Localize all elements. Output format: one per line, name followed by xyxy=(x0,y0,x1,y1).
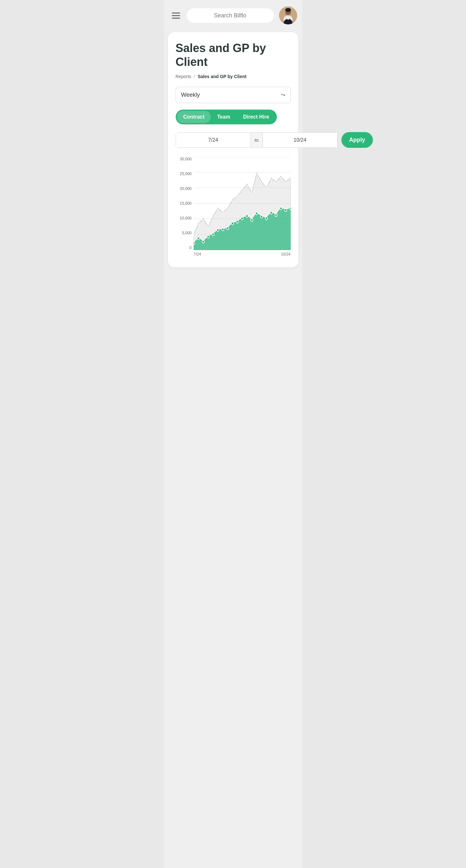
tab-direct-hire[interactable]: Direct Hire xyxy=(237,111,275,123)
svg-point-43 xyxy=(246,215,248,218)
svg-point-18 xyxy=(227,208,228,210)
svg-point-26 xyxy=(265,187,267,189)
svg-point-12 xyxy=(198,222,199,224)
breadcrumb-separator: / xyxy=(194,74,195,79)
svg-point-35 xyxy=(207,236,209,238)
tab-contract[interactable]: Contract xyxy=(177,111,211,123)
svg-point-20 xyxy=(236,195,238,197)
svg-point-28 xyxy=(275,181,277,183)
svg-point-46 xyxy=(260,216,262,218)
period-dropdown[interactable]: Weekly ⤳ xyxy=(176,87,291,103)
main-card: Sales and GP by Client Reports / Sales a… xyxy=(168,32,298,267)
svg-point-45 xyxy=(255,212,258,215)
svg-point-16 xyxy=(217,208,219,210)
svg-point-31 xyxy=(290,177,291,179)
y-label-5000: 5,000 xyxy=(182,231,191,235)
svg-point-21 xyxy=(241,189,243,191)
svg-point-19 xyxy=(232,199,233,201)
svg-point-40 xyxy=(231,222,233,225)
svg-point-48 xyxy=(270,212,272,214)
svg-point-24 xyxy=(256,173,257,175)
svg-point-30 xyxy=(285,181,287,183)
y-label-15000: 15,000 xyxy=(180,201,192,206)
breadcrumb-reports[interactable]: Reports xyxy=(176,74,191,79)
date-range-row: to Apply xyxy=(176,132,291,148)
svg-point-39 xyxy=(226,227,229,230)
svg-point-36 xyxy=(212,233,214,236)
y-label-10000: 10,000 xyxy=(180,216,192,220)
svg-point-34 xyxy=(202,240,204,243)
svg-point-52 xyxy=(289,207,291,210)
avatar[interactable] xyxy=(279,6,297,24)
filter-tabs: Contract Team Direct Hire xyxy=(176,110,277,124)
svg-point-50 xyxy=(280,207,282,210)
date-to-input[interactable] xyxy=(263,133,337,148)
chart-drawing-area xyxy=(194,157,291,250)
date-from-input[interactable] xyxy=(176,133,251,148)
dropdown-label: Weekly xyxy=(181,92,200,98)
svg-point-33 xyxy=(197,237,199,240)
tab-team[interactable]: Team xyxy=(211,111,237,123)
breadcrumb: Reports / Sales and GP by Client xyxy=(176,74,291,79)
y-label-25000: 25,000 xyxy=(180,172,192,176)
chart-x-axis: 7/24 10/24 xyxy=(194,251,291,260)
svg-point-22 xyxy=(246,184,247,185)
page-title: Sales and GP by Client xyxy=(176,41,291,69)
svg-point-17 xyxy=(222,212,223,213)
svg-point-44 xyxy=(251,219,253,221)
svg-point-37 xyxy=(217,229,219,231)
svg-point-23 xyxy=(251,192,253,194)
svg-point-14 xyxy=(207,226,209,228)
y-label-30000: 30,000 xyxy=(180,157,192,161)
app-header xyxy=(164,0,302,30)
svg-point-29 xyxy=(280,176,282,178)
x-label-end: 10/24 xyxy=(281,252,290,256)
y-label-0: 0 xyxy=(190,246,192,250)
date-range-inputs: to xyxy=(176,132,338,148)
apply-button[interactable]: Apply xyxy=(341,132,373,148)
svg-point-27 xyxy=(270,178,272,180)
chart-y-axis: 30,000 25,000 20,000 15,000 10,000 5,000… xyxy=(176,157,194,250)
svg-point-25 xyxy=(261,181,262,183)
svg-point-2 xyxy=(285,8,291,12)
svg-point-13 xyxy=(202,218,204,220)
date-to-separator: to xyxy=(251,133,263,147)
sales-chart: 30,000 25,000 20,000 15,000 10,000 5,000… xyxy=(176,157,291,260)
menu-button[interactable] xyxy=(170,11,181,20)
svg-point-11 xyxy=(194,234,195,236)
svg-point-51 xyxy=(285,209,287,212)
y-label-20000: 20,000 xyxy=(180,186,192,191)
svg-point-41 xyxy=(236,220,238,223)
svg-point-38 xyxy=(222,228,224,231)
svg-point-47 xyxy=(265,217,267,220)
breadcrumb-current: Sales and GP by Client xyxy=(198,74,246,79)
svg-point-42 xyxy=(241,217,243,220)
svg-point-49 xyxy=(275,214,277,216)
svg-point-32 xyxy=(194,242,195,245)
search-input[interactable] xyxy=(187,8,274,23)
x-label-start: 7/24 xyxy=(194,252,201,256)
svg-point-15 xyxy=(212,215,213,217)
chevron-down-icon: ⤳ xyxy=(281,92,285,98)
